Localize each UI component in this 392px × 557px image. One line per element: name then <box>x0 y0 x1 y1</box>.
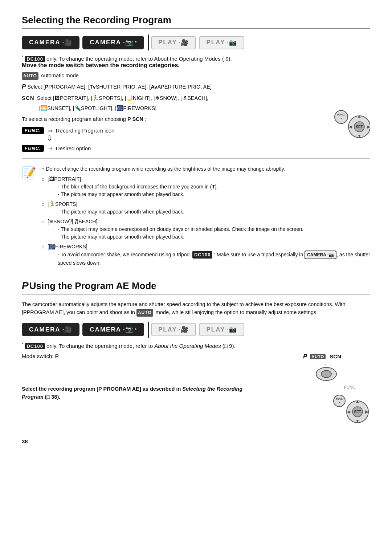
bullet-circle-4: ○ <box>41 243 45 251</box>
bullet-snow-beach-content: [❄SNOW]/[🏖BEACH] - The subject may becom… <box>48 218 303 241</box>
func-badge-2: FUNC. <box>22 145 44 152</box>
auto-icon: AUTO <box>22 72 38 80</box>
svg-text:SET: SET <box>354 410 361 414</box>
svg-point-12 <box>334 395 345 407</box>
svg-text:▼: ▼ <box>357 133 362 138</box>
note-main-text: ○ Do not change the recording program wh… <box>41 165 370 173</box>
dc100-badge-3: DC100 <box>25 343 45 349</box>
divider-1 <box>22 158 370 159</box>
tab-separator-2 <box>148 322 149 338</box>
p-line: P Select [PPROGRAM AE], [TvSHUTTER-PRIO.… <box>22 82 370 92</box>
bullet-portrait-content: [🖼PORTRAIT] - The blur effect of the bac… <box>48 175 218 198</box>
portrait-sub-2: - The picture may not appear smooth when… <box>58 191 218 198</box>
play-label-2: PLAY <box>206 39 225 46</box>
svg-text:●: ● <box>340 117 342 119</box>
tab-play-photo[interactable]: PLAY ·📷 <box>199 36 244 49</box>
scn-line: SCN Select [🖼PORTRAIT], [🏃SPORTS], [🌙NIG… <box>22 94 370 102</box>
bullet-snow-beach: ○ [❄SNOW]/[🏖BEACH] - The subject may bec… <box>41 218 370 241</box>
scn-line2: [🌅SUNSET], [🔦SPOTLIGHT], [🎆FIREWORKS] <box>39 104 370 112</box>
p-auto-scn-diagram: P AUTO SCN . . . <box>303 353 341 381</box>
photo-icon-2: ·📷 <box>123 326 133 333</box>
play-label-1: PLAY <box>158 39 177 46</box>
svg-point-0 <box>335 110 348 123</box>
bold-heading-1: Move the mode switch between the recordi… <box>22 62 370 69</box>
dc100-badge-1: DC100 <box>25 56 45 62</box>
play-label-3: PLAY <box>158 326 177 333</box>
auto-line: AUTO Automatic mode <box>22 72 370 80</box>
asterisk-note-1: * DC100 only. To change the operating mo… <box>22 55 370 62</box>
tab2-camera-video[interactable]: CAMERA ·🎥 <box>22 323 79 336</box>
dots-row: . . . <box>311 361 341 366</box>
auto-icon-2: AUTO <box>136 309 153 317</box>
sports-sub-1: - The picture may not appear smooth when… <box>58 208 184 216</box>
mode-dial-svg <box>315 367 337 381</box>
snow-sub-1: - The subject may become overexposed on … <box>58 225 303 233</box>
tab-camera-video[interactable]: CAMERA ·🎥 <box>22 36 79 49</box>
note-icon: 📝 <box>22 166 36 180</box>
camera-label-3: CAMERA <box>29 326 61 333</box>
bullet-circle-2: ○ <box>41 200 45 209</box>
svg-point-11 <box>321 370 331 378</box>
dc100-badge-2: DC100 <box>192 251 212 259</box>
camera-inline-icon: CAMERA·📷 <box>305 251 336 259</box>
video-icon-1: ·🎥 <box>62 39 73 46</box>
note-content: ○ Do not change the recording program wh… <box>41 165 370 269</box>
asterisk-note-2: * DC100 only. To change the operating mo… <box>22 342 370 349</box>
svg-text:SET: SET <box>356 125 363 129</box>
func-text-1: Recording Program icon <box>56 127 115 134</box>
arrow-down-1: ⇩ <box>46 134 114 143</box>
func-text-2: Desired option <box>56 145 91 151</box>
photo-icon-1: ·📷 <box>123 39 133 46</box>
arrow-right-1: ⇒ <box>48 127 52 134</box>
tab-camera-photo[interactable]: CAMERA ·📷 * <box>82 36 144 49</box>
play-label-4: PLAY <box>206 326 225 333</box>
portrait-sub-1: - The blur effect of the background incr… <box>58 183 218 191</box>
tab2-play-video[interactable]: PLAY ·🎥 <box>151 323 196 336</box>
svg-text:◀: ◀ <box>347 409 351 414</box>
func-dial-diagram: FUNC. ● SET ▲ ▼ ◀ ▶ <box>330 103 370 144</box>
scn-icon: SCN <box>22 94 34 102</box>
scn-label-diagram: SCN <box>330 353 341 359</box>
bullet-fireworks: ○ [🎆FIREWORKS] - To avoid camcorder shak… <box>41 243 370 267</box>
mode-tabs-section1: CAMERA ·🎥 CAMERA ·📷 * PLAY ·🎥 PLAY ·📷 <box>22 34 370 50</box>
mode-tabs-section2: CAMERA ·🎥 CAMERA ·📷 * PLAY ·🎥 PLAY ·📷 <box>22 322 370 338</box>
svg-text:FUNC.: FUNC. <box>336 398 343 400</box>
select-text-1: To select a recording program after choo… <box>22 116 370 122</box>
svg-text:●: ● <box>339 401 340 403</box>
tab2-play-photo[interactable]: PLAY ·📷 <box>199 323 244 336</box>
p-prefix: P <box>22 280 29 291</box>
func-row-1: FUNC. ⇒ Recording Program icon <box>22 127 114 134</box>
camera-label-4: CAMERA <box>90 326 121 333</box>
note-box-1: 📝 ○ Do not change the recording program … <box>22 165 370 269</box>
tab-play-video[interactable]: PLAY ·🎥 <box>151 36 196 49</box>
section1-title: Selecting the Recording Program <box>22 15 370 29</box>
camera-label-1: CAMERA <box>29 39 61 46</box>
bullet-fireworks-content: [🎆FIREWORKS] - To avoid camcorder shake,… <box>48 243 370 267</box>
svg-text:▼: ▼ <box>355 418 360 423</box>
tab-separator-1 <box>148 34 149 50</box>
p-bold: P <box>22 83 26 90</box>
fireworks-sub-1: - To avoid camcorder shake, we recommend… <box>58 251 370 267</box>
mode-switch-label: Mode switch: P <box>22 353 59 359</box>
func-rows: FUNC. ⇒ Recording Program icon ⇩ FUNC. ⇒… <box>22 125 114 152</box>
bullet-circle-1: ○ <box>41 175 45 184</box>
section2-intro: The camcorder automatically adjusts the … <box>22 300 370 317</box>
svg-text:▲: ▲ <box>355 399 360 404</box>
tab2-camera-photo[interactable]: CAMERA ·📷 * <box>82 323 144 336</box>
auto-icon-3: AUTO <box>310 354 326 359</box>
bullet-sports: ○ [🏃SPORTS] - The picture may not appear… <box>41 200 370 216</box>
svg-text:▶: ▶ <box>365 409 369 414</box>
play-video-icon-2: ·🎥 <box>179 326 189 333</box>
svg-text:▲: ▲ <box>357 114 362 119</box>
bullet-sports-content: [🏃SPORTS] - The picture may not appear s… <box>48 200 184 216</box>
select-heading-2: Select the recording program [P PROGRAM … <box>22 385 254 401</box>
svg-text:▶: ▶ <box>367 124 371 129</box>
func-dial-diagram-2: FUNC. FUNC. ● SET ▲ ▼ ◀ ▶ <box>330 385 370 427</box>
svg-text:◀: ◀ <box>349 124 352 129</box>
p-label-diagram: P <box>303 353 307 360</box>
camera-label-2: CAMERA <box>90 39 121 46</box>
play-photo-icon: ·📷 <box>227 39 237 46</box>
page-number: 38 <box>22 438 370 444</box>
play-video-icon: ·🎥 <box>179 39 189 46</box>
play-photo-icon-2: ·📷 <box>227 326 237 333</box>
